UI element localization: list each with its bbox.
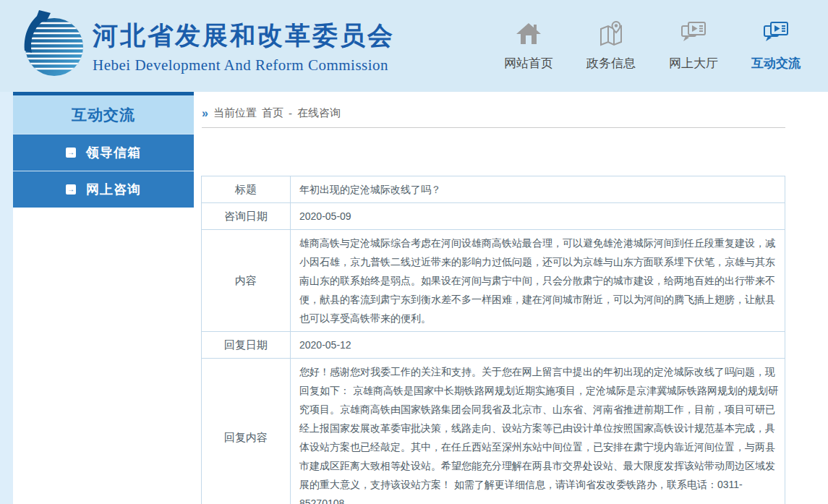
row-label: 标题 [202, 176, 291, 203]
table-row-title: 标题 年初出现的定沧城际改线了吗？ [202, 176, 785, 203]
table-row-reply-content: 回复内容 您好！感谢您对我委工作的关注和支持。关于您在网上留言中提出的年初出现的… [202, 359, 785, 504]
table-row-consult-date: 咨询日期 2020-05-09 [202, 203, 785, 230]
globe-logo-graphic [17, 9, 87, 81]
breadcrumb-prefix: 当前位置 [213, 106, 257, 120]
row-value: 您好！感谢您对我委工作的关注和支持。关于您在网上留言中提出的年初出现的定沧城际改… [291, 359, 785, 504]
nav-label: 互动交流 [751, 55, 801, 72]
site-header: 河北省发展和改革委员会 Hebei Development And Reform… [0, 0, 828, 92]
row-value: 2020-05-09 [291, 203, 785, 230]
row-label: 回复日期 [202, 332, 291, 359]
site-title-block: 河北省发展和改革委员会 Hebei Development And Reform… [93, 22, 395, 74]
consultation-table: 标题 年初出现的定沧城际改线了吗？ 咨询日期 2020-05-09 内容 雄商高… [201, 176, 785, 504]
table-row-content: 内容 雄商高铁与定沧城际综合考虑在河间设雄商高铁站最合理，可以避免雄沧港城际河间… [202, 230, 785, 332]
breadcrumb-divider [202, 127, 785, 128]
home-icon [514, 20, 543, 48]
arrow-right-icon: → [66, 148, 76, 158]
nav-label: 政务信息 [586, 55, 636, 72]
nav-label: 网上大厅 [669, 55, 718, 72]
left-strip [0, 92, 13, 504]
arrow-right-icon: → [66, 184, 76, 195]
sidebar-item-label: 网上咨询 [86, 181, 141, 198]
nav-item-interaction[interactable]: 互动交流 [751, 20, 801, 72]
row-value: 年初出现的定沧城际改线了吗？ [291, 176, 785, 203]
table-row-reply-date: 回复日期 2020-05-12 [202, 332, 785, 359]
row-label: 咨询日期 [202, 203, 291, 230]
sidebar-item-online-consult[interactable]: → 网上咨询 [13, 171, 194, 208]
breadcrumb-separator: - [289, 107, 292, 119]
map-pin-icon [597, 20, 626, 48]
breadcrumb-current: 在线咨询 [297, 106, 341, 120]
row-value: 2020-05-12 [291, 332, 785, 359]
nav-label: 网站首页 [504, 55, 553, 72]
sidebar-title: 互动交流 [13, 95, 194, 134]
site-title-en: Hebei Development And Reform Commission [93, 56, 395, 74]
row-label: 内容 [202, 230, 291, 332]
breadcrumb-home-link[interactable]: 首页 [262, 106, 283, 120]
site-title-cn: 河北省发展和改革委员会 [93, 22, 395, 50]
sidebar-item-label: 领导信箱 [86, 144, 141, 161]
nav-item-home[interactable]: 网站首页 [504, 20, 553, 72]
sidebar: 互动交流 → 领导信箱 → 网上咨询 [13, 92, 194, 208]
globe-logo[interactable] [17, 9, 87, 81]
nav-item-gov-info[interactable]: 政务信息 [586, 20, 636, 72]
row-label: 回复内容 [202, 359, 291, 504]
breadcrumb: » 当前位置 首页 - 在线咨询 [202, 106, 341, 120]
row-value: 雄商高铁与定沧城际综合考虑在河间设雄商高铁站最合理，可以避免雄沧港城际河间到任丘… [291, 230, 785, 332]
double-angle-icon: » [202, 107, 208, 120]
page: 河北省发展和改革委员会 Hebei Development And Reform… [0, 0, 828, 504]
nav-item-online-hall[interactable]: 网上大厅 [669, 20, 718, 72]
sidebar-item-leader-mailbox[interactable]: → 领导信箱 [13, 134, 194, 171]
chat-bubbles-icon [679, 20, 708, 48]
chat-bubbles-icon [761, 20, 790, 48]
top-nav: 网站首页 政务信息 网上大厅 [504, 20, 801, 72]
